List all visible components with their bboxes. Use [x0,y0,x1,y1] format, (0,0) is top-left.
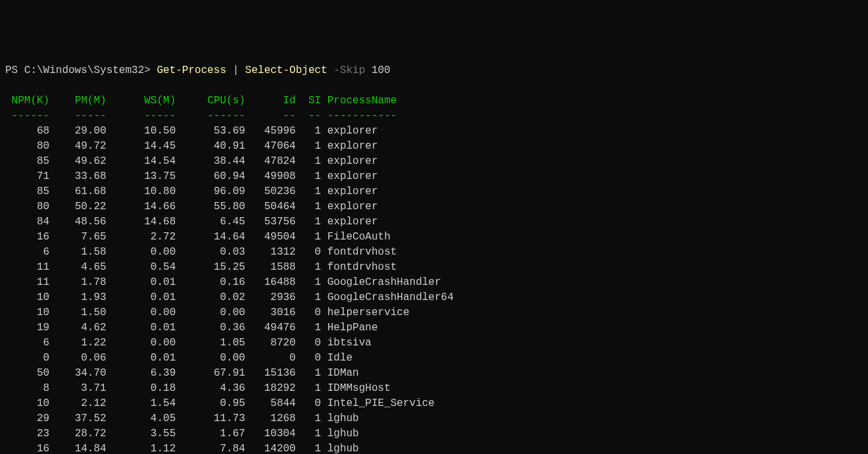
cell-npm: 6 [5,246,49,258]
cell-ws: 0.00 [107,246,176,258]
cell-pm: 0.06 [49,352,106,364]
cell-processname: explorer [321,140,377,152]
cell-pm: 1.22 [49,337,106,349]
table-row: 16 14.84 1.12 7.84 14200 1 lghub [5,443,359,454]
cell-si: 1 [296,276,321,288]
prompt-prefix: PS C:\Windows\System32> [5,64,157,76]
cell-ws: 0.01 [107,322,176,334]
cell-cpu: 40.91 [176,140,245,152]
cell-npm: 10 [5,291,49,303]
cell-cpu: 0.02 [176,291,245,303]
cell-npm: 71 [5,170,49,182]
table-row: 84 48.56 14.68 6.45 53756 1 explorer [5,216,378,228]
cell-id: 2936 [245,291,296,303]
cell-pm: 28.72 [49,428,106,440]
cell-processname: explorer [321,155,377,167]
cell-npm: 50 [5,367,49,379]
cell-npm: 80 [5,140,49,152]
cell-id: 53756 [245,216,296,228]
command-getprocess: Get-Process [157,64,232,76]
cell-id: 1312 [245,246,296,258]
table-body: 68 29.00 10.50 53.69 45996 1 explorer 80… [5,124,863,454]
cell-id: 1268 [245,413,296,424]
cell-processname: lghub [321,413,359,424]
cell-npm: 85 [5,155,49,167]
param-value: 100 [372,64,391,76]
cell-id: 50236 [245,186,296,197]
table-row: 85 49.62 14.54 38.44 47824 1 explorer [5,155,378,167]
cell-si: 0 [296,397,321,409]
table-row: 10 1.50 0.00 0.00 3016 0 helperservice [5,307,410,318]
cell-processname: fontdrvhost [321,261,397,273]
header-si: SI [296,95,321,107]
cell-cpu: 0.03 [176,246,245,258]
cell-ws: 14.54 [107,155,176,167]
cell-cpu: 0.36 [176,322,245,334]
cell-cpu: 60.94 [176,170,245,182]
cell-npm: 80 [5,201,49,213]
cell-id: 18292 [245,382,296,394]
cell-id: 10304 [245,428,296,440]
cell-npm: 0 [5,352,49,364]
cell-cpu: 15.25 [176,261,245,273]
param-skip: -Skip [333,64,372,76]
blank-line [5,80,12,91]
table-row: 19 4.62 0.01 0.36 49476 1 HelpPane [5,322,378,334]
cell-id: 49908 [245,170,296,182]
cell-ws: 1.54 [107,397,176,409]
cell-ws: 14.66 [107,201,176,213]
cell-ws: 13.75 [107,170,176,182]
cell-pm: 14.84 [49,443,106,454]
cell-si: 1 [296,201,321,213]
cell-pm: 48.56 [49,216,106,228]
cell-cpu: 1.67 [176,428,245,440]
cell-npm: 84 [5,216,49,228]
cell-processname: FileCoAuth [321,231,391,243]
cell-npm: 85 [5,186,49,197]
cell-npm: 8 [5,382,49,394]
cell-ws: 10.50 [107,125,176,137]
cell-pm: 3.71 [49,382,106,394]
cell-si: 1 [296,231,321,243]
cell-id: 5844 [245,397,296,409]
terminal-output[interactable]: PS C:\Windows\System32> Get-Process | Se… [5,63,863,454]
cell-cpu: 67.91 [176,367,245,379]
cell-processname: fontdrvhost [321,246,397,258]
table-row: 16 7.65 2.72 14.64 49504 1 FileCoAuth [5,231,391,243]
pipe-symbol: | [233,64,245,76]
header-npm: NPM(K) [5,95,49,107]
cell-pm: 1.58 [49,246,106,258]
divider-name: ----------- [321,110,397,122]
cell-si: 1 [296,170,321,182]
cell-ws: 4.05 [107,413,176,424]
cell-pm: 7.65 [49,231,106,243]
cell-id: 16488 [245,276,296,288]
cell-processname: helperservice [321,307,409,318]
table-header-row: NPM(K) PM(M) WS(M) CPU(s) Id SI ProcessN… [5,95,397,107]
header-pm: PM(M) [49,95,106,107]
table-row: 23 28.72 3.55 1.67 10304 1 lghub [5,428,359,440]
divider-npm: ------ [5,110,49,122]
cell-id: 49476 [245,322,296,334]
divider-id: -- [245,110,296,122]
cell-npm: 19 [5,322,49,334]
cell-si: 1 [296,291,321,303]
table-row: 11 4.65 0.54 15.25 1588 1 fontdrvhost [5,261,397,273]
cell-ws: 2.72 [107,231,176,243]
cell-pm: 34.70 [49,367,106,379]
cell-si: 0 [296,352,321,364]
cell-pm: 37.52 [49,413,106,424]
cell-processname: explorer [321,201,377,213]
cell-si: 1 [296,186,321,197]
cell-si: 1 [296,216,321,228]
cell-cpu: 0.00 [176,307,245,318]
cell-npm: 11 [5,276,49,288]
cell-si: 0 [296,246,321,258]
cell-ws: 0.18 [107,382,176,394]
cell-si: 1 [296,322,321,334]
cell-processname: ibtsiva [321,337,372,349]
cell-processname: HelpPane [321,322,377,334]
table-row: 6 1.58 0.00 0.03 1312 0 fontdrvhost [5,246,397,258]
cell-ws: 0.01 [107,352,176,364]
cell-ws: 6.39 [107,367,176,379]
